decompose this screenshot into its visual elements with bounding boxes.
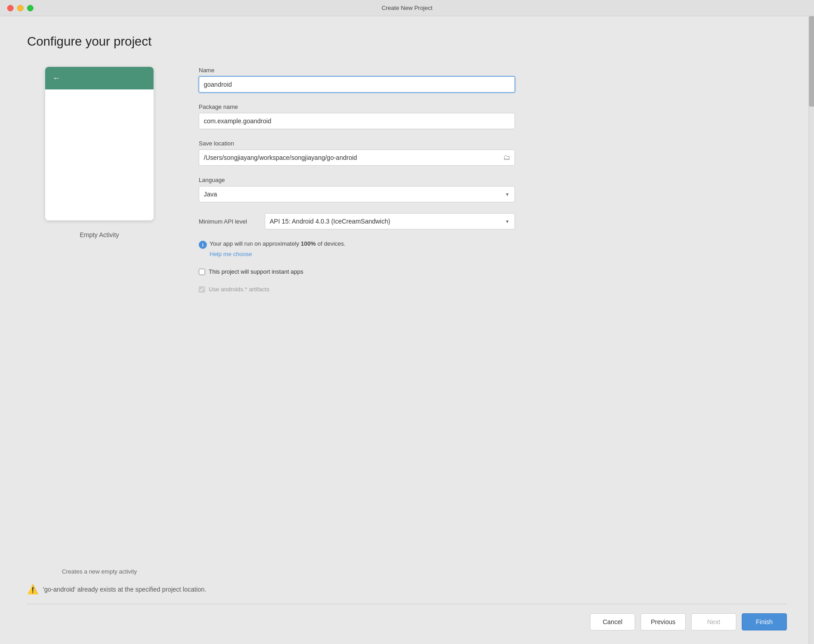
save-location-wrapper: 🗂	[199, 149, 515, 166]
minimize-button[interactable]	[17, 5, 23, 11]
save-location-form-group: Save location 🗂	[199, 140, 515, 166]
name-input[interactable]	[199, 76, 515, 93]
previous-button[interactable]: Previous	[641, 613, 686, 630]
next-button: Next	[691, 613, 736, 630]
finish-button[interactable]: Finish	[742, 613, 787, 630]
activity-label: Empty Activity	[80, 231, 119, 238]
page-title: Configure your project	[27, 34, 787, 49]
api-info-suffix: of devices.	[316, 240, 346, 247]
close-button[interactable]	[7, 5, 14, 11]
language-select-wrapper: Java Kotlin	[199, 186, 515, 202]
left-panel: ← Empty Activity Creates a new empty act…	[27, 67, 172, 575]
main-content: Configure your project ← Empty Activity …	[0, 16, 814, 644]
language-select[interactable]: Java Kotlin	[199, 186, 515, 202]
package-name-label: Package name	[199, 103, 515, 110]
title-bar: Create New Project	[0, 0, 814, 16]
api-level-label: Minimum API level	[199, 218, 257, 225]
api-info-percent: 100%	[301, 240, 316, 247]
phone-body	[45, 89, 154, 220]
api-level-row: Minimum API level API 15: Android 4.0.3 …	[199, 213, 515, 229]
phone-header: ←	[45, 67, 154, 89]
form-area: ← Empty Activity Creates a new empty act…	[27, 67, 787, 575]
back-arrow-icon: ←	[52, 74, 61, 83]
language-label: Language	[199, 177, 515, 183]
save-location-input[interactable]	[199, 149, 515, 166]
androidx-row: Use androidx.* artifacts	[199, 286, 515, 293]
warning-text: 'go-android' already exists at the speci…	[43, 586, 206, 593]
warning-icon: ⚠️	[27, 584, 38, 595]
api-info-section: i Your app will run on approximately 100…	[199, 240, 515, 257]
instant-apps-checkbox[interactable]	[199, 269, 205, 275]
api-info-prefix: Your app will run on approximately	[210, 240, 301, 247]
androidx-checkbox[interactable]	[199, 286, 205, 293]
help-me-choose-link[interactable]: Help me choose	[210, 251, 515, 257]
api-info-text: Your app will run on approximately 100% …	[210, 240, 346, 247]
folder-icon[interactable]: 🗂	[503, 154, 510, 162]
phone-preview: ←	[45, 67, 154, 220]
scrollbar-thumb[interactable]	[809, 16, 814, 107]
instant-apps-row: This project will support instant apps	[199, 268, 515, 275]
api-level-select[interactable]: API 15: Android 4.0.3 (IceCreamSandwich)…	[265, 213, 515, 229]
scrollbar[interactable]	[809, 16, 814, 644]
api-info-row: i Your app will run on approximately 100…	[199, 240, 515, 249]
name-label: Name	[199, 67, 515, 74]
bottom-buttons: Cancel Previous Next Finish	[27, 604, 787, 630]
save-location-label: Save location	[199, 140, 515, 147]
right-panel: Name Package name Save location 🗂 Langua…	[199, 67, 515, 575]
androidx-label: Use androidx.* artifacts	[209, 286, 269, 293]
cancel-button[interactable]: Cancel	[590, 613, 635, 630]
api-select-wrapper: API 15: Android 4.0.3 (IceCreamSandwich)…	[265, 213, 515, 229]
package-name-form-group: Package name	[199, 103, 515, 129]
info-icon: i	[199, 241, 207, 249]
language-form-group: Language Java Kotlin	[199, 177, 515, 202]
package-name-input[interactable]	[199, 113, 515, 129]
warning-bar: ⚠️ 'go-android' already exists at the sp…	[27, 584, 787, 604]
name-form-group: Name	[199, 67, 515, 93]
traffic-lights	[7, 5, 33, 11]
window-title: Create New Project	[382, 5, 433, 11]
maximize-button[interactable]	[27, 5, 33, 11]
activity-description: Creates a new empty activity	[62, 559, 137, 575]
instant-apps-label: This project will support instant apps	[209, 268, 304, 275]
